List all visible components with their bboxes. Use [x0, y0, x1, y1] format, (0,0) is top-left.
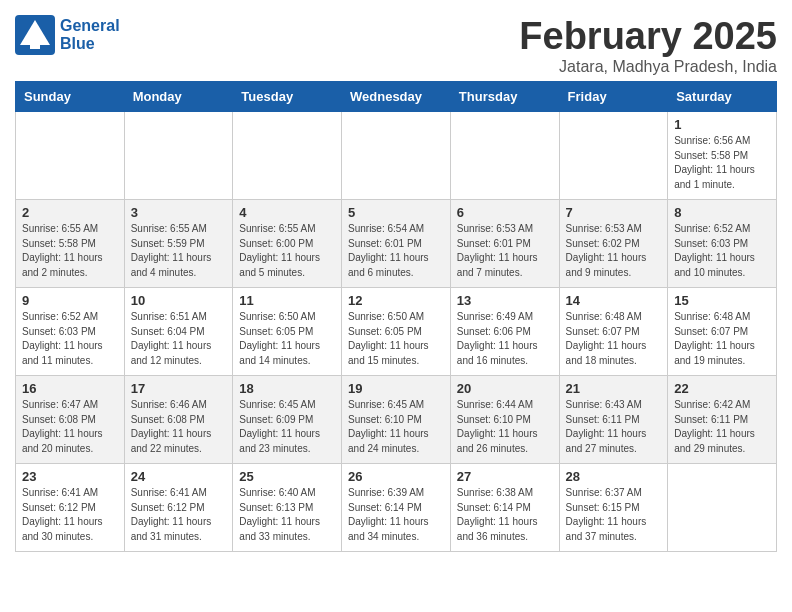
- day-info: Sunrise: 6:52 AM Sunset: 6:03 PM Dayligh…: [22, 310, 118, 368]
- day-info: Sunrise: 6:55 AM Sunset: 5:59 PM Dayligh…: [131, 222, 227, 280]
- table-row: 5Sunrise: 6:54 AM Sunset: 6:01 PM Daylig…: [342, 200, 451, 288]
- table-row: 4Sunrise: 6:55 AM Sunset: 6:00 PM Daylig…: [233, 200, 342, 288]
- table-row: 8Sunrise: 6:52 AM Sunset: 6:03 PM Daylig…: [668, 200, 777, 288]
- col-tuesday: Tuesday: [233, 82, 342, 112]
- table-row: [450, 112, 559, 200]
- day-number: 22: [674, 381, 770, 396]
- col-saturday: Saturday: [668, 82, 777, 112]
- day-info: Sunrise: 6:48 AM Sunset: 6:07 PM Dayligh…: [674, 310, 770, 368]
- day-number: 12: [348, 293, 444, 308]
- table-row: [342, 112, 451, 200]
- day-number: 15: [674, 293, 770, 308]
- day-number: 9: [22, 293, 118, 308]
- day-info: Sunrise: 6:53 AM Sunset: 6:02 PM Dayligh…: [566, 222, 662, 280]
- day-number: 6: [457, 205, 553, 220]
- day-number: 10: [131, 293, 227, 308]
- day-number: 19: [348, 381, 444, 396]
- day-info: Sunrise: 6:54 AM Sunset: 6:01 PM Dayligh…: [348, 222, 444, 280]
- day-info: Sunrise: 6:50 AM Sunset: 6:05 PM Dayligh…: [239, 310, 335, 368]
- day-number: 3: [131, 205, 227, 220]
- table-row: 9Sunrise: 6:52 AM Sunset: 6:03 PM Daylig…: [16, 288, 125, 376]
- day-info: Sunrise: 6:43 AM Sunset: 6:11 PM Dayligh…: [566, 398, 662, 456]
- day-number: 14: [566, 293, 662, 308]
- day-number: 27: [457, 469, 553, 484]
- logo: General Blue: [15, 15, 120, 55]
- location: Jatara, Madhya Pradesh, India: [519, 58, 777, 76]
- day-info: Sunrise: 6:48 AM Sunset: 6:07 PM Dayligh…: [566, 310, 662, 368]
- day-info: Sunrise: 6:46 AM Sunset: 6:08 PM Dayligh…: [131, 398, 227, 456]
- day-number: 17: [131, 381, 227, 396]
- table-row: 21Sunrise: 6:43 AM Sunset: 6:11 PM Dayli…: [559, 376, 668, 464]
- day-number: 11: [239, 293, 335, 308]
- month-year: February 2025: [519, 15, 777, 58]
- col-thursday: Thursday: [450, 82, 559, 112]
- table-row: 18Sunrise: 6:45 AM Sunset: 6:09 PM Dayli…: [233, 376, 342, 464]
- logo-text-line1: General: [60, 17, 120, 35]
- day-info: Sunrise: 6:41 AM Sunset: 6:12 PM Dayligh…: [22, 486, 118, 544]
- table-row: 15Sunrise: 6:48 AM Sunset: 6:07 PM Dayli…: [668, 288, 777, 376]
- day-number: 18: [239, 381, 335, 396]
- day-info: Sunrise: 6:53 AM Sunset: 6:01 PM Dayligh…: [457, 222, 553, 280]
- day-number: 24: [131, 469, 227, 484]
- day-number: 23: [22, 469, 118, 484]
- table-row: 24Sunrise: 6:41 AM Sunset: 6:12 PM Dayli…: [124, 464, 233, 552]
- table-row: 23Sunrise: 6:41 AM Sunset: 6:12 PM Dayli…: [16, 464, 125, 552]
- day-number: 26: [348, 469, 444, 484]
- table-row: [233, 112, 342, 200]
- svg-rect-2: [30, 43, 40, 49]
- day-info: Sunrise: 6:55 AM Sunset: 5:58 PM Dayligh…: [22, 222, 118, 280]
- table-row: 28Sunrise: 6:37 AM Sunset: 6:15 PM Dayli…: [559, 464, 668, 552]
- table-row: 25Sunrise: 6:40 AM Sunset: 6:13 PM Dayli…: [233, 464, 342, 552]
- table-row: 1Sunrise: 6:56 AM Sunset: 5:58 PM Daylig…: [668, 112, 777, 200]
- table-row: 22Sunrise: 6:42 AM Sunset: 6:11 PM Dayli…: [668, 376, 777, 464]
- table-row: 19Sunrise: 6:45 AM Sunset: 6:10 PM Dayli…: [342, 376, 451, 464]
- day-number: 28: [566, 469, 662, 484]
- table-row: 16Sunrise: 6:47 AM Sunset: 6:08 PM Dayli…: [16, 376, 125, 464]
- day-number: 5: [348, 205, 444, 220]
- day-info: Sunrise: 6:45 AM Sunset: 6:10 PM Dayligh…: [348, 398, 444, 456]
- day-info: Sunrise: 6:37 AM Sunset: 6:15 PM Dayligh…: [566, 486, 662, 544]
- table-row: 2Sunrise: 6:55 AM Sunset: 5:58 PM Daylig…: [16, 200, 125, 288]
- table-row: 14Sunrise: 6:48 AM Sunset: 6:07 PM Dayli…: [559, 288, 668, 376]
- day-info: Sunrise: 6:49 AM Sunset: 6:06 PM Dayligh…: [457, 310, 553, 368]
- day-info: Sunrise: 6:40 AM Sunset: 6:13 PM Dayligh…: [239, 486, 335, 544]
- day-info: Sunrise: 6:52 AM Sunset: 6:03 PM Dayligh…: [674, 222, 770, 280]
- day-number: 25: [239, 469, 335, 484]
- table-row: 20Sunrise: 6:44 AM Sunset: 6:10 PM Dayli…: [450, 376, 559, 464]
- table-row: 12Sunrise: 6:50 AM Sunset: 6:05 PM Dayli…: [342, 288, 451, 376]
- table-row: 26Sunrise: 6:39 AM Sunset: 6:14 PM Dayli…: [342, 464, 451, 552]
- table-row: [668, 464, 777, 552]
- general-blue-icon: [15, 15, 55, 55]
- col-friday: Friday: [559, 82, 668, 112]
- day-info: Sunrise: 6:56 AM Sunset: 5:58 PM Dayligh…: [674, 134, 770, 192]
- day-info: Sunrise: 6:51 AM Sunset: 6:04 PM Dayligh…: [131, 310, 227, 368]
- col-monday: Monday: [124, 82, 233, 112]
- table-row: 17Sunrise: 6:46 AM Sunset: 6:08 PM Dayli…: [124, 376, 233, 464]
- day-info: Sunrise: 6:44 AM Sunset: 6:10 PM Dayligh…: [457, 398, 553, 456]
- day-info: Sunrise: 6:38 AM Sunset: 6:14 PM Dayligh…: [457, 486, 553, 544]
- day-number: 21: [566, 381, 662, 396]
- day-number: 13: [457, 293, 553, 308]
- day-info: Sunrise: 6:47 AM Sunset: 6:08 PM Dayligh…: [22, 398, 118, 456]
- table-row: [124, 112, 233, 200]
- day-number: 1: [674, 117, 770, 132]
- table-row: 13Sunrise: 6:49 AM Sunset: 6:06 PM Dayli…: [450, 288, 559, 376]
- day-number: 16: [22, 381, 118, 396]
- table-row: [559, 112, 668, 200]
- day-info: Sunrise: 6:39 AM Sunset: 6:14 PM Dayligh…: [348, 486, 444, 544]
- col-sunday: Sunday: [16, 82, 125, 112]
- day-info: Sunrise: 6:45 AM Sunset: 6:09 PM Dayligh…: [239, 398, 335, 456]
- table-row: 27Sunrise: 6:38 AM Sunset: 6:14 PM Dayli…: [450, 464, 559, 552]
- table-row: 3Sunrise: 6:55 AM Sunset: 5:59 PM Daylig…: [124, 200, 233, 288]
- table-row: 10Sunrise: 6:51 AM Sunset: 6:04 PM Dayli…: [124, 288, 233, 376]
- col-wednesday: Wednesday: [342, 82, 451, 112]
- day-number: 2: [22, 205, 118, 220]
- day-info: Sunrise: 6:50 AM Sunset: 6:05 PM Dayligh…: [348, 310, 444, 368]
- day-info: Sunrise: 6:55 AM Sunset: 6:00 PM Dayligh…: [239, 222, 335, 280]
- day-info: Sunrise: 6:42 AM Sunset: 6:11 PM Dayligh…: [674, 398, 770, 456]
- day-number: 20: [457, 381, 553, 396]
- table-row: 11Sunrise: 6:50 AM Sunset: 6:05 PM Dayli…: [233, 288, 342, 376]
- title-block: February 2025 Jatara, Madhya Pradesh, In…: [519, 15, 777, 76]
- day-number: 4: [239, 205, 335, 220]
- table-row: 6Sunrise: 6:53 AM Sunset: 6:01 PM Daylig…: [450, 200, 559, 288]
